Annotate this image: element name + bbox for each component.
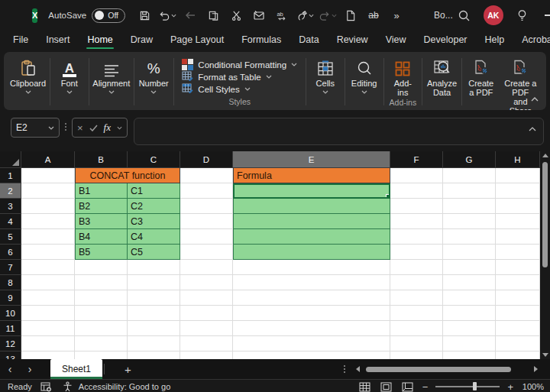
cell-A9[interactable] — [21, 290, 75, 306]
create-pdf-button[interactable]: Create a PDF — [464, 55, 498, 110]
row-header-4[interactable]: 4 — [0, 214, 21, 229]
cell-A2[interactable] — [21, 183, 75, 199]
row-header-13[interactable]: 13 — [0, 352, 21, 359]
cell-A4[interactable] — [21, 214, 75, 229]
cell-D3[interactable] — [180, 199, 233, 214]
cell-F5[interactable] — [390, 229, 443, 245]
cell-E7[interactable] — [233, 260, 390, 275]
cell-G3[interactable] — [443, 199, 496, 214]
cell-A5[interactable] — [21, 229, 75, 245]
search-icon[interactable] — [453, 4, 476, 27]
row-header-1[interactable]: 1 — [0, 168, 21, 183]
cell-B2[interactable]: B1 — [75, 183, 128, 199]
cell-H9[interactable] — [496, 290, 540, 306]
cells-button[interactable]: Cells — [309, 55, 342, 109]
row-header-9[interactable]: 9 — [0, 290, 21, 306]
cell-D8[interactable] — [180, 275, 233, 290]
cell-H11[interactable] — [496, 321, 540, 336]
cell-G12[interactable] — [443, 336, 496, 352]
scroll-left-icon[interactable] — [356, 366, 360, 372]
row-header-3[interactable]: 3 — [0, 199, 21, 214]
cell-C9[interactable] — [128, 290, 180, 306]
row-header-8[interactable]: 8 — [0, 275, 21, 290]
cell-B7[interactable] — [75, 260, 128, 275]
cell-G4[interactable] — [443, 214, 496, 229]
cell-F3[interactable] — [390, 199, 443, 214]
cell-A13[interactable] — [21, 352, 75, 359]
cell-F4[interactable] — [390, 214, 443, 229]
cell-F6[interactable] — [390, 245, 443, 260]
row-header-10[interactable]: 10 — [0, 306, 21, 321]
clipboard-button[interactable]: Clipboard — [8, 55, 47, 109]
cell-D10[interactable] — [180, 306, 233, 321]
row-header-11[interactable]: 11 — [0, 321, 21, 336]
expand-formula-bar-icon[interactable] — [529, 123, 536, 134]
cell-C11[interactable] — [128, 321, 180, 336]
more-commands-icon[interactable]: » — [387, 6, 406, 24]
sheet-tab-sheet1[interactable]: Sheet1 — [50, 359, 102, 379]
lightbulb-icon[interactable] — [511, 4, 534, 27]
tab-page-layout[interactable]: Page Layout — [170, 32, 225, 49]
cell-D2[interactable] — [180, 183, 233, 199]
previous-sheet-icon[interactable]: ‹ — [0, 363, 20, 375]
select-all-corner[interactable] — [0, 151, 21, 168]
cell-D4[interactable] — [180, 214, 233, 229]
cell-E1[interactable]: Formula — [233, 168, 390, 183]
tab-help[interactable]: Help — [484, 32, 506, 49]
cell-B12[interactable] — [75, 336, 128, 352]
cell-F12[interactable] — [390, 336, 443, 352]
column-header-B[interactable]: B — [75, 151, 128, 168]
cell-C6[interactable]: C5 — [128, 245, 180, 260]
tab-formulas[interactable]: Formulas — [241, 32, 282, 49]
column-header-C[interactable]: C — [128, 151, 180, 168]
cell-D11[interactable] — [180, 321, 233, 336]
autosave-toggle[interactable]: Off — [92, 8, 125, 23]
cell-A11[interactable] — [21, 321, 75, 336]
cell-H1[interactable] — [496, 168, 540, 183]
cell-H6[interactable] — [496, 245, 540, 260]
cell-E9[interactable] — [233, 290, 390, 306]
cell-F1[interactable] — [390, 168, 443, 183]
strikethrough-ab-icon[interactable]: ab — [364, 6, 383, 24]
cell-E10[interactable] — [233, 306, 390, 321]
cell-B5[interactable]: B4 — [75, 229, 128, 245]
enter-icon[interactable] — [89, 121, 98, 134]
zoom-level[interactable]: 100% — [521, 382, 544, 391]
cell-B10[interactable] — [75, 306, 128, 321]
page-break-preview-icon[interactable] — [401, 381, 415, 392]
cell-B3[interactable]: B2 — [75, 199, 128, 214]
number-button[interactable]: % Number — [137, 55, 171, 109]
scroll-up-icon[interactable] — [542, 154, 548, 157]
cell-G5[interactable] — [443, 229, 496, 245]
cell-C13[interactable] — [128, 352, 180, 359]
cell-D6[interactable] — [180, 245, 233, 260]
cell-E6[interactable] — [233, 245, 390, 260]
cell-H12[interactable] — [496, 336, 540, 352]
cell-H3[interactable] — [496, 199, 540, 214]
cell-F2[interactable] — [390, 183, 443, 199]
cell-B1-C1-merged[interactable]: CONCAT function — [75, 168, 180, 183]
copy-icon[interactable] — [204, 6, 222, 24]
cell-B4[interactable]: B3 — [75, 214, 128, 229]
ink-draw-icon[interactable] — [296, 6, 314, 24]
cell-F11[interactable] — [390, 321, 443, 336]
cell-B13[interactable] — [75, 352, 128, 359]
cell-A7[interactable] — [21, 260, 75, 275]
cell-H13[interactable] — [496, 352, 540, 359]
column-header-G[interactable]: G — [443, 151, 496, 168]
zoom-slider[interactable] — [435, 386, 500, 387]
save-icon[interactable] — [135, 6, 154, 24]
cell-A3[interactable] — [21, 199, 75, 214]
column-header-E[interactable]: E — [233, 151, 390, 168]
cell-A6[interactable] — [21, 245, 75, 260]
conditional-formatting-button[interactable]: Conditional Formatting — [182, 59, 297, 70]
analyze-data-button[interactable]: Analyze Data — [425, 55, 459, 109]
macro-record-icon[interactable] — [40, 381, 53, 392]
cut-icon[interactable] — [227, 6, 245, 24]
name-box[interactable]: E2 — [11, 118, 60, 138]
cell-D7[interactable] — [180, 260, 233, 275]
cell-C10[interactable] — [128, 306, 180, 321]
add-sheet-button[interactable]: + — [125, 363, 131, 376]
cell-F10[interactable] — [390, 306, 443, 321]
column-header-D[interactable]: D — [180, 151, 233, 168]
